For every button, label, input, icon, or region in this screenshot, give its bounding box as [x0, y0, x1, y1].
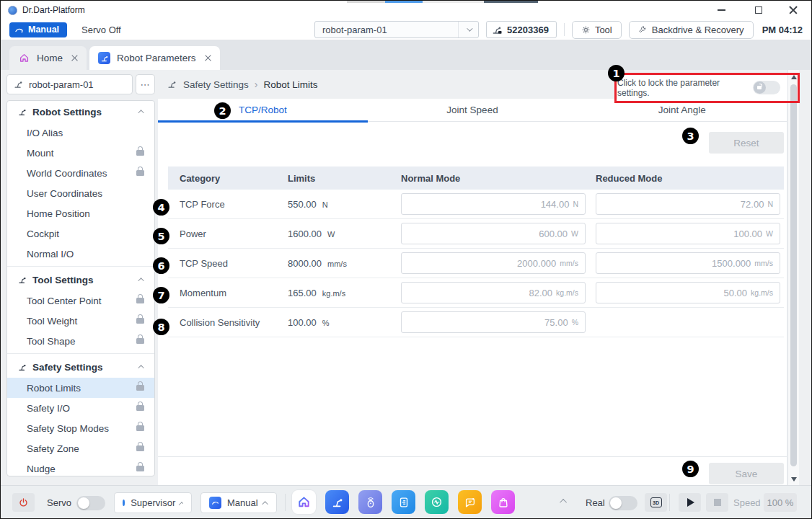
tab-robot-parameters[interactable]: Robot Parameters — [89, 46, 220, 70]
clock-label: PM 04:12 — [761, 25, 803, 35]
chevron-down-icon — [467, 25, 472, 31]
task-app-icon[interactable] — [392, 490, 415, 514]
nav-section-safety-settings[interactable]: Safety Settings — [7, 356, 154, 378]
tab-home[interactable]: Home — [9, 46, 87, 70]
viewer-3d-button[interactable]: 3D — [645, 493, 667, 512]
nav-item-user-coordinates[interactable]: User Coordinates — [7, 183, 154, 203]
tab-tcp-robot[interactable]: TCP/Robot — [158, 99, 368, 121]
vertical-scrollbar[interactable] — [787, 70, 799, 487]
robot-icon — [18, 107, 27, 117]
servo-toggle[interactable] — [76, 496, 105, 510]
nav-item-safety-zone[interactable]: Safety Zone — [7, 438, 154, 458]
table-row-collision-sensitivity: Collision Sensitivity 100.00% 75.00% — [168, 308, 784, 337]
nav-section-robot-settings[interactable]: Robot Settings — [7, 101, 154, 123]
sidebar-nav: Robot Settings I/O Alias Mount World Coo… — [6, 100, 155, 476]
save-button[interactable]: Save — [709, 463, 784, 484]
play-button[interactable] — [679, 493, 701, 512]
normal-mode-input[interactable]: 75.00% — [401, 311, 586, 333]
robot-serial-badge: 52203369 — [486, 21, 557, 38]
divider — [158, 456, 787, 457]
reduced-mode-input[interactable]: 1500.000mm/s — [596, 252, 780, 274]
close-icon[interactable] — [788, 5, 798, 15]
lock-icon — [136, 385, 144, 391]
reduced-mode-input[interactable]: 50.00kg.m/s — [596, 282, 780, 303]
tool-button[interactable]: Tool — [572, 21, 622, 39]
reset-button[interactable]: Reset — [709, 132, 784, 154]
annotation-badge-4: 4 — [153, 199, 169, 216]
status-bar: Servo Supervisor Manual — [1, 485, 811, 518]
chevron-up-icon — [138, 365, 144, 371]
message-app-icon[interactable] — [458, 490, 482, 514]
manual-mode-button[interactable]: Manual — [9, 22, 67, 37]
top-edge-strip — [347, 1, 385, 3]
nav-item-cockpit[interactable]: Cockpit — [7, 223, 154, 244]
nav-item-safety-io[interactable]: Safety I/O — [7, 398, 154, 418]
normal-mode-input[interactable]: 144.00N — [401, 193, 586, 215]
table-header-row: Category Limits Normal Mode Reduced Mode — [168, 167, 784, 190]
real-label: Real — [586, 497, 605, 508]
close-tab-icon[interactable] — [71, 55, 78, 61]
stop-button[interactable] — [706, 493, 728, 512]
chevron-up-icon — [179, 502, 183, 506]
document-tabstrip: Home Robot Parameters — [1, 40, 811, 70]
annotation-badge-8: 8 — [153, 319, 169, 335]
scrollbar-thumb[interactable] — [790, 84, 797, 466]
backdrive-recovery-button[interactable]: Backdrive & Recovery — [629, 21, 754, 39]
limits-table: Category Limits Normal Mode Reduced Mode… — [168, 167, 784, 337]
speed-value[interactable]: 100 % — [764, 493, 797, 512]
role-dropdown[interactable]: Supervisor — [114, 492, 192, 513]
content-panel: TCP/Robot Joint Speed Joint Angle Reset … — [158, 99, 787, 487]
tab-joint-speed[interactable]: Joint Speed — [368, 99, 578, 121]
scroll-up-icon[interactable] — [791, 75, 797, 79]
app-window: Dr.Dart-Platform Manual Servo Off robot-… — [0, 0, 812, 519]
jog-app-icon[interactable] — [358, 490, 382, 514]
minimize-icon[interactable] — [713, 4, 729, 17]
nav-item-world-coordinates[interactable]: World Coordinates — [7, 163, 154, 183]
robot-icon — [14, 79, 24, 89]
nav-item-tool-weight[interactable]: Tool Weight — [7, 311, 154, 331]
unlock-icon — [757, 86, 762, 89]
annotation-badge-2: 2 — [214, 102, 231, 119]
normal-mode-input[interactable]: 600.00W — [401, 223, 586, 244]
nav-item-mount[interactable]: Mount — [7, 143, 154, 163]
nav-item-nudge[interactable]: Nudge — [7, 458, 154, 476]
breadcrumb-separator: › — [255, 79, 258, 90]
table-row-tcp-speed: TCP Speed 8000.00mm/s 2000.000mm/s 1500.… — [168, 249, 784, 278]
breadcrumb-section[interactable]: Safety Settings — [183, 79, 249, 90]
home-app-icon[interactable] — [292, 490, 316, 514]
close-tab-icon[interactable] — [205, 55, 211, 61]
annotation-badge-5: 5 — [153, 228, 169, 244]
real-toggle[interactable] — [609, 496, 637, 510]
robot-lock-icon — [492, 25, 503, 35]
dock-expand-icon[interactable] — [560, 499, 567, 506]
lock-icon — [136, 425, 144, 431]
scroll-down-icon[interactable] — [791, 477, 797, 482]
store-app-icon[interactable] — [491, 490, 515, 514]
reduced-mode-input[interactable]: 100.00W — [596, 223, 780, 244]
title-bar: Dr.Dart-Platform — [1, 1, 811, 19]
nav-item-io-alias[interactable]: I/O Alias — [7, 123, 154, 143]
sidebar-more-button[interactable]: ⋯ — [136, 74, 155, 94]
normal-mode-input[interactable]: 82.00kg.m/s — [401, 282, 586, 303]
nav-section-tool-settings[interactable]: Tool Settings — [7, 269, 154, 290]
power-button[interactable] — [12, 493, 35, 512]
param-select-dropdown[interactable]: robot-param-01 — [314, 21, 479, 38]
nav-item-safety-stop-modes[interactable]: Safety Stop Modes — [7, 418, 154, 438]
mode-dropdown[interactable]: Manual — [200, 492, 277, 513]
maximize-icon[interactable] — [751, 4, 767, 17]
nav-item-tool-center-point[interactable]: Tool Center Point — [7, 290, 154, 311]
nav-item-normal-io[interactable]: Normal I/O — [7, 244, 154, 264]
tab-joint-angle[interactable]: Joint Angle — [577, 99, 787, 121]
monitoring-app-icon[interactable] — [425, 490, 449, 514]
home-tab-icon — [18, 52, 30, 64]
normal-mode-input[interactable]: 2000.000mm/s — [401, 252, 586, 274]
nav-item-home-position[interactable]: Home Position — [7, 203, 154, 223]
chevron-up-icon — [262, 501, 268, 507]
sidebar-param-name[interactable]: robot-param-01 — [6, 74, 133, 94]
nav-item-tool-shape[interactable]: Tool Shape — [7, 331, 154, 351]
lock-parameters-toggle[interactable] — [753, 81, 780, 94]
reduced-mode-input[interactable]: 72.00N — [596, 193, 780, 215]
robot-params-app-icon[interactable] — [325, 490, 349, 514]
top-edge-strip — [484, 1, 538, 3]
nav-item-robot-limits[interactable]: Robot Limits — [7, 378, 154, 398]
